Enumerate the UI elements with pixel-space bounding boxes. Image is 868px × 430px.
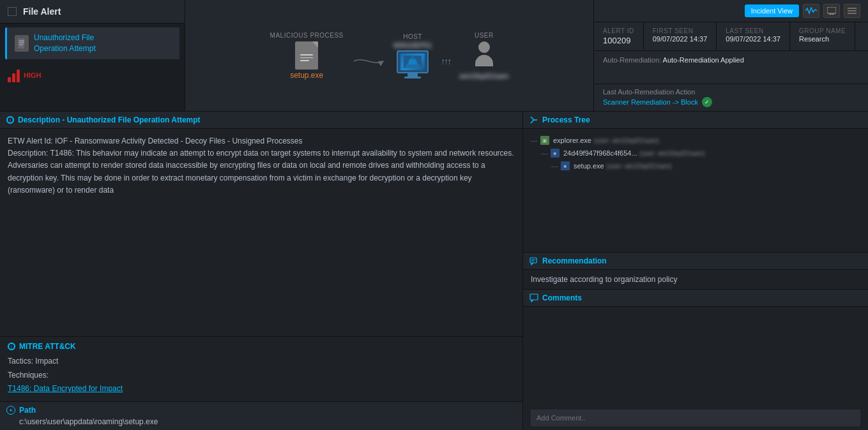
recommendation-text: Investigate according to organization po…: [523, 270, 868, 289]
comments-body: [523, 307, 868, 406]
description-text: ETW Alert Id: IOF - Ransomware Activity …: [0, 129, 522, 336]
svg-rect-6: [409, 59, 416, 64]
first-seen-block: FIRST SEEN 09/07/2022 14:37: [644, 22, 717, 50]
process-tree-header: Process Tree: [523, 112, 868, 129]
alert-item-text: Unauthorized File Operation Attempt: [34, 33, 96, 54]
last-seen-value: 09/07/2022 14:37: [726, 35, 780, 43]
path-section: Path c:\users\user\appdata\roaming\setup…: [0, 401, 522, 430]
mitre-technique-link[interactable]: T1486: Data Encrypted for Impact: [8, 384, 123, 393]
user-node: USER win10ep01\sam: [459, 32, 508, 80]
last-action-block: Last Auto-Remediation Action Scanner Rem…: [594, 84, 868, 111]
process-name: setup.exe: [290, 71, 323, 80]
mitre-info-icon: i: [8, 343, 15, 350]
hash-icon: ■: [551, 149, 560, 158]
tree-dash3: —: [551, 162, 558, 170]
process-node: MALICIOUS PROCESS setup.exe: [270, 32, 344, 80]
alert-id-value: 100209: [603, 36, 634, 45]
bar3: [17, 70, 20, 82]
incident-view-button[interactable]: Incident View: [745, 4, 799, 17]
severity-bar-chart: [8, 68, 20, 82]
process-tree-area: Process Tree — ▣ explorer.exe (user: win…: [523, 112, 868, 252]
check-circle-icon: ✓: [702, 97, 712, 107]
last-seen-label: LAST SEEN: [726, 27, 780, 34]
path-value: c:\users\user\appdata\roaming\setup.exe: [6, 417, 516, 426]
select-checkbox[interactable]: [8, 7, 17, 16]
svg-point-14: [10, 410, 12, 411]
host-name: WIN10EP01: [393, 41, 432, 49]
comments-header: Comments: [523, 290, 868, 307]
diagram-area: MALICIOUS PROCESS setup.exe: [185, 0, 593, 111]
down-connector: ↑↑↑: [441, 56, 450, 66]
severity-label: HIGH: [24, 71, 42, 79]
recommendation-title: Recommendation: [542, 256, 607, 265]
tree-item-setup: — ■ setup.exe (user: win10ep01\sam): [531, 159, 860, 172]
host-label: HOST: [403, 33, 422, 40]
mitre-tactics: Tactics: Impact: [8, 355, 515, 369]
hash-name: 24d49f947f968c4f654...: [563, 149, 637, 157]
alert-meta-row: ALERT ID 100209 FIRST SEEN 09/07/2022 14…: [594, 22, 868, 51]
recommendation-header: Recommendation: [523, 253, 868, 270]
bar2: [12, 73, 15, 82]
last-action-link[interactable]: Scanner Remediation -> Block ✓: [603, 97, 859, 107]
mitre-body: Tactics: Impact Techniques: T1486: Data …: [8, 355, 515, 396]
mitre-header: i MITRE ATT&CK: [8, 342, 515, 351]
process-tree-content: — ▣ explorer.exe (user: win10ep01\sam) —…: [523, 129, 868, 177]
main-content: i Description - Unauthorized File Operat…: [0, 112, 868, 430]
file-doc-icon: [15, 35, 29, 52]
path-header: Path: [6, 406, 516, 415]
svg-rect-15: [530, 258, 537, 263]
tree-item-hash: — ■ 24d49f947f968c4f654... (user: win10e…: [531, 147, 860, 159]
left-panel: i Description - Unauthorized File Operat…: [0, 112, 522, 430]
waveform-icon-button[interactable]: [803, 4, 819, 18]
alert-id-label: ALERT ID: [603, 27, 634, 34]
top-actions-bar: Incident View: [594, 0, 868, 22]
comments-icon: [529, 293, 538, 302]
description-section-title: Description - Unauthorized File Operatio…: [18, 115, 201, 124]
list-icon-button[interactable]: [844, 4, 860, 18]
file-icon: [295, 41, 318, 70]
alert-id-block: ALERT ID 100209: [594, 22, 644, 50]
screen-icon-button[interactable]: [823, 4, 840, 18]
right-panel: Process Tree — ▣ explorer.exe (user: win…: [522, 112, 868, 430]
recommendation-section: Recommendation Investigate according to …: [523, 252, 868, 289]
arrow-connector: [353, 55, 385, 68]
first-seen-value: 09/07/2022 14:37: [653, 35, 708, 43]
description-info-icon: i: [6, 116, 14, 124]
recommendation-icon: [529, 256, 538, 265]
auto-remediation-title: Auto-Remediation: Auto-Remediation Appli…: [603, 56, 859, 64]
group-name-block: GROUP NAME Research: [790, 22, 855, 50]
user-label: USER: [475, 32, 494, 39]
svg-rect-18: [530, 294, 538, 300]
last-seen-block: LAST SEEN 09/07/2022 14:37: [717, 22, 790, 50]
comments-title: Comments: [542, 293, 582, 302]
severity-indicator: HIGH: [0, 63, 185, 87]
setup-name: setup.exe: [574, 162, 604, 170]
svg-rect-7: [827, 7, 836, 13]
file-alert-title: File Alert: [23, 6, 61, 17]
alert-item[interactable]: Unauthorized File Operation Attempt: [5, 27, 179, 59]
mitre-techniques-label: Techniques:: [8, 369, 515, 383]
tree-item-explorer: — ▣ explorer.exe (user: win10ep01\sam): [531, 134, 860, 147]
comment-input[interactable]: [531, 410, 860, 426]
mitre-section-title: MITRE ATT&CK: [19, 342, 76, 351]
left-sidebar: File Alert Unauthorized File Operation A…: [0, 0, 185, 111]
tree-dash1: —: [531, 137, 538, 144]
process-tree-title: Process Tree: [542, 115, 590, 124]
explorer-icon: ▣: [540, 136, 549, 145]
group-name-value: Research: [799, 35, 846, 43]
hash-user: (user: win10ep01\sam): [640, 150, 705, 157]
group-name-label: GROUP NAME: [799, 27, 846, 34]
path-section-title: Path: [19, 406, 36, 415]
explorer-name: explorer.exe: [553, 137, 591, 144]
info-panel: Incident View: [593, 0, 868, 111]
user-name: win10ep01\sam: [459, 72, 508, 80]
comments-section: Comments: [523, 289, 868, 430]
process-label: MALICIOUS PROCESS: [270, 32, 344, 39]
diagram-wrapper: MALICIOUS PROCESS setup.exe: [198, 26, 581, 86]
mitre-section: i MITRE ATT&CK Tactics: Impact Technique…: [0, 336, 522, 401]
path-icon: [6, 406, 15, 415]
setup-user: (user: win10ep01\sam): [607, 163, 672, 170]
file-alert-header: File Alert: [0, 0, 185, 24]
monitor-icon: [397, 50, 429, 78]
user-figure-icon: [473, 41, 496, 70]
